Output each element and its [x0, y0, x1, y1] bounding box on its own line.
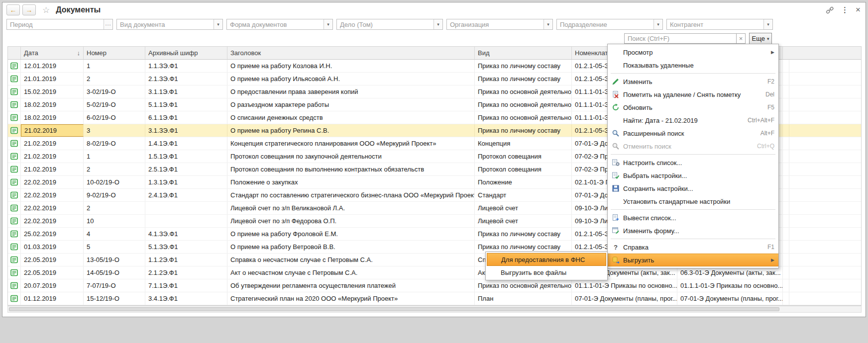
- cell-kind[interactable]: План: [475, 292, 572, 305]
- column-header-archive[interactable]: Архивный шифр: [145, 47, 227, 59]
- cell-title[interactable]: О приеме на работу Ветровой В.В.: [227, 241, 475, 253]
- cell-number[interactable]: 2: [84, 73, 145, 85]
- cell-title[interactable]: Протокол совещания по выполнению контрак…: [227, 163, 475, 175]
- back-button[interactable]: ←: [6, 4, 20, 15]
- column-header-number[interactable]: Номер: [84, 47, 145, 59]
- menu-item-configure-list[interactable]: Настроить список...: [608, 156, 778, 169]
- menu-item-choose-settings[interactable]: Выбрать настройки...: [608, 169, 778, 182]
- cell-date[interactable]: 22.02.2019: [21, 202, 84, 214]
- cell-number[interactable]: 3: [84, 124, 145, 137]
- cell-nomen2[interactable]: 01.1.1-01-Э Приказы по основно...: [677, 279, 783, 292]
- cell-archive[interactable]: 5.1.1Э.Ф1: [145, 98, 227, 111]
- menu-item-advanced-search[interactable]: Расширенный поискAlt+F: [608, 127, 778, 140]
- cell-number[interactable]: 14-05/19-О: [84, 266, 145, 279]
- cell-archive[interactable]: 1.5.1Э.Ф1: [145, 150, 227, 163]
- submenu-item-export-fns[interactable]: Для предоставления в ФНС: [487, 253, 606, 266]
- cell-date[interactable]: 21.02.2019: [21, 163, 84, 175]
- cell-date[interactable]: 21.02.2019: [21, 124, 84, 137]
- filter-case-volume[interactable]: Дело (Том)▾: [336, 19, 443, 30]
- menu-item-edit[interactable]: ИзменитьF2: [608, 75, 778, 88]
- cell-date[interactable]: 22.02.2019: [21, 215, 84, 227]
- cell-number[interactable]: 7-07/19-О: [84, 279, 145, 292]
- cell-date[interactable]: 01.12.2019: [21, 292, 84, 305]
- cell-kind[interactable]: Приказ по основной деятельности: [475, 279, 572, 292]
- cell-title[interactable]: Стратегический план на 2020 ООО «Меркури…: [227, 292, 475, 305]
- cell-archive[interactable]: 2.1.2Э.Ф1: [145, 266, 227, 279]
- cell-number[interactable]: 2: [84, 202, 145, 214]
- cell-kind[interactable]: Приказ по личному составу: [475, 228, 572, 240]
- filter-period[interactable]: Период...: [6, 19, 113, 30]
- menu-item-help[interactable]: ?СправкаF1: [608, 241, 778, 254]
- cell-kind[interactable]: Приказ по личному составу: [475, 124, 572, 137]
- cell-nomen[interactable]: 01.1.1-01-Э Приказы по основно...: [572, 279, 677, 292]
- filter-organization[interactable]: Организация▾: [446, 19, 553, 30]
- search-clear-button[interactable]: ×: [737, 33, 746, 44]
- cell-date[interactable]: 22.02.2019: [21, 176, 84, 188]
- cell-number[interactable]: 3-02/19-О: [84, 86, 145, 98]
- cell-title[interactable]: Протокол совещания по закупочной деятель…: [227, 150, 475, 163]
- filter-period-ellipsis-button[interactable]: ...: [104, 19, 112, 29]
- submenu-item-export-all-files[interactable]: Выгрузить все файлы: [487, 266, 606, 279]
- more-button[interactable]: Еще ▾: [749, 33, 772, 44]
- cell-date[interactable]: 20.07.2019: [21, 279, 84, 292]
- cell-archive[interactable]: 1.4.1Э.Ф1: [145, 137, 227, 150]
- horizontal-scrollbar[interactable]: [7, 306, 862, 313]
- cell-number[interactable]: 13-05/19-О: [84, 254, 145, 266]
- cell-kind[interactable]: Приказ по основной деятельности: [475, 98, 572, 111]
- cell-number[interactable]: 1: [84, 150, 145, 163]
- cell-archive[interactable]: 2.4.1Э.Ф1: [145, 189, 227, 201]
- cell-date[interactable]: 22.05.2019: [21, 254, 84, 266]
- menu-item-show-deleted[interactable]: Показывать удаленные: [608, 59, 778, 72]
- cell-date[interactable]: 21.02.2019: [21, 150, 84, 163]
- filter-department-dropdown-button[interactable]: ▾: [653, 19, 662, 29]
- menu-item-refresh[interactable]: ОбновитьF5: [608, 101, 778, 114]
- cell-title[interactable]: Об утверждении регламента осуществления …: [227, 279, 475, 292]
- cell-date[interactable]: 21.02.2019: [21, 137, 84, 150]
- cell-archive[interactable]: 6.1.1Э.Ф1: [145, 111, 227, 124]
- cell-nomen2[interactable]: 07-01-Э Документы (планы, прог...: [677, 292, 783, 305]
- cell-number[interactable]: 10: [84, 215, 145, 227]
- cell-number[interactable]: 8-02/19-О: [84, 137, 145, 150]
- cell-title[interactable]: О предоставлении права заверения копий: [227, 86, 475, 98]
- link-icon[interactable]: [826, 6, 834, 14]
- cell-kind[interactable]: Приказ по личному составу: [475, 60, 572, 72]
- cell-title[interactable]: О списании денежных средств: [227, 111, 475, 124]
- cell-title[interactable]: Акт о несчастном случае с Петровым С.А.: [227, 266, 475, 279]
- cell-kind[interactable]: Приказ по основной деятельности: [475, 86, 572, 98]
- cell-kind[interactable]: Стандарт: [475, 189, 572, 201]
- cell-number[interactable]: 10-02/19-О: [84, 176, 145, 188]
- cell-kind[interactable]: Положение: [475, 176, 572, 188]
- more-options-icon[interactable]: ⋮: [841, 5, 849, 14]
- forward-button[interactable]: →: [22, 4, 36, 15]
- filter-case-volume-dropdown-button[interactable]: ▾: [434, 19, 442, 29]
- menu-item-view[interactable]: Просмотр▶: [608, 46, 778, 59]
- cell-date[interactable]: 18.02.2019: [21, 111, 84, 124]
- cell-archive[interactable]: 5.1.ЗЭ.Ф1: [145, 241, 227, 253]
- cell-number[interactable]: 5: [84, 241, 145, 253]
- menu-item-output-list[interactable]: Вывести список...: [608, 211, 778, 224]
- cell-date[interactable]: 01.03.2019: [21, 241, 84, 253]
- cell-title[interactable]: О разъездном характере работы: [227, 98, 475, 111]
- column-header-date[interactable]: Дата↓: [21, 47, 84, 59]
- cell-date[interactable]: 15.02.2019: [21, 86, 84, 98]
- scrollbar-thumb[interactable]: [9, 307, 779, 311]
- menu-item-export[interactable]: Выгрузить▶: [608, 254, 778, 266]
- cell-kind[interactable]: Лицевой счет: [475, 202, 572, 214]
- cell-archive[interactable]: 2.1.ЗЭ.Ф1: [145, 73, 227, 85]
- menu-item-cancel-search[interactable]: Отменить поискCtrl+Q: [608, 140, 778, 153]
- cell-archive[interactable]: 1.1.2Э.Ф1: [145, 254, 227, 266]
- cell-kind[interactable]: Приказ по личному составу: [475, 73, 572, 85]
- cell-title[interactable]: О приеме на работу Ильясовой А.Н.: [227, 73, 475, 85]
- cell-number[interactable]: 5-02/19-О: [84, 98, 145, 111]
- cell-title[interactable]: Лицевой счет по з/п Великановой Л.А.: [227, 202, 475, 214]
- column-header-title[interactable]: Заголовок: [227, 47, 475, 59]
- cell-title[interactable]: О приеме на работу Козлова И.Н.: [227, 60, 475, 72]
- cell-number[interactable]: 4: [84, 228, 145, 240]
- cell-kind[interactable]: Концепция: [475, 137, 572, 150]
- cell-archive[interactable]: 1.3.1Э.Ф1: [145, 176, 227, 188]
- filter-counterparty-dropdown-button[interactable]: ▾: [763, 19, 772, 29]
- search-input[interactable]: [624, 33, 737, 44]
- cell-date[interactable]: 12.01.2019: [21, 60, 84, 72]
- menu-item-find-date[interactable]: Найти: Дата - 21.02.2019Ctrl+Alt+F: [608, 114, 778, 127]
- cell-archive[interactable]: 3.1.ЗЭ.Ф1: [145, 124, 227, 137]
